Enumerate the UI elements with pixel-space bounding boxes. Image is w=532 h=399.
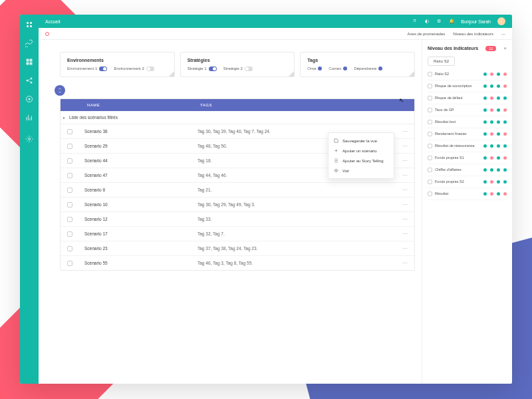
checkbox[interactable] (428, 72, 432, 76)
checkbox[interactable] (67, 217, 72, 222)
panel-tab[interactable]: Ratio S2 (428, 57, 455, 66)
table-row[interactable]: Scenario 10Tag 30, Tag 29, Tag 49, Tag 3… (61, 198, 414, 212)
status-dot (497, 108, 500, 112)
close-icon[interactable]: × (503, 45, 507, 51)
pill-item[interactable]: Environnement 1 (67, 66, 107, 71)
row-more-icon[interactable]: ⋯ (402, 128, 408, 134)
bell-icon[interactable]: 🔔 (449, 19, 454, 24)
checkbox[interactable] (67, 188, 72, 193)
indicator-row[interactable]: Taux de GP (428, 104, 507, 116)
checkbox[interactable] (67, 144, 72, 149)
nav-target-icon[interactable] (25, 94, 34, 104)
checkbox[interactable] (428, 156, 432, 160)
nav-grid-icon[interactable] (25, 57, 34, 66)
checkbox[interactable] (428, 108, 432, 112)
filter-label[interactable]: Liste des scénarios filtrés (61, 111, 414, 124)
indicator-row[interactable]: Ratio S2 (428, 68, 507, 80)
subtab-niveau[interactable]: Niveau des indicateurs (453, 32, 493, 36)
pill-item[interactable]: Environnement 2 (114, 66, 154, 71)
row-tags: Tag 37, Tag 38, Tag 24, Tag 23. (198, 246, 402, 251)
pill-item[interactable]: Dépendance (354, 66, 382, 70)
table-row[interactable]: Scenario 55Tag 46, Tag 3, Tag 8, Tag 55.… (61, 256, 414, 270)
nav-settings-icon[interactable] (25, 134, 34, 144)
apps-icon[interactable]: ⠿ (413, 19, 418, 24)
status-dot (490, 132, 493, 136)
indicator-row[interactable]: Fonds propres S2 (428, 176, 507, 188)
nav-link-icon[interactable] (25, 39, 34, 48)
indicator-row[interactable]: Chiffre d'affaires (428, 164, 507, 176)
record-icon[interactable] (45, 32, 49, 36)
subtab-axes[interactable]: Axes de promenades (408, 32, 446, 36)
checkbox[interactable] (67, 261, 72, 266)
gear-icon[interactable]: ⚙ (437, 19, 442, 24)
row-tags: Tag 46, Tag 3, Tag 8, Tag 55. (198, 261, 402, 265)
row-name: Scenario 12 (84, 217, 198, 221)
toggle[interactable] (209, 66, 217, 71)
row-name: Scenario 29 (84, 144, 198, 148)
ctx-save[interactable]: Sauvegarder la vue (329, 136, 394, 146)
checkbox[interactable] (428, 132, 432, 136)
pill-item[interactable]: Orsa (307, 66, 322, 70)
status-dot (490, 96, 493, 100)
nav-share-icon[interactable] (25, 76, 34, 85)
status-dot (483, 180, 487, 184)
ctx-add[interactable]: Ajouter un scénario (329, 146, 394, 156)
row-more-icon[interactable]: ⋯ (402, 172, 408, 178)
indicator-row[interactable]: Résultat (428, 188, 507, 200)
toggle[interactable] (245, 66, 253, 71)
row-name: Scenario 10 (84, 202, 198, 207)
checkbox[interactable] (67, 173, 72, 178)
toggle[interactable] (318, 66, 322, 70)
indicator-row[interactable]: Rendement finacier (428, 128, 507, 140)
row-more-icon[interactable]: ⋯ (402, 216, 408, 222)
row-more-icon[interactable]: ⋯ (402, 158, 408, 164)
indicator-row[interactable]: Résultat de réassurance (428, 140, 507, 152)
logo-icon[interactable] (25, 20, 34, 29)
checkbox[interactable] (67, 158, 72, 164)
status-dot (503, 120, 507, 124)
checkbox[interactable] (67, 129, 72, 134)
table-row[interactable]: Scenario 8Tag 21.⋯ (61, 183, 414, 198)
checkbox[interactable] (67, 202, 72, 207)
checkbox[interactable] (428, 180, 432, 184)
toggle[interactable] (99, 66, 107, 71)
nav-chart-icon[interactable] (25, 113, 34, 122)
status-dot (497, 180, 500, 184)
checkbox[interactable] (428, 192, 432, 196)
table-row[interactable]: Scenario 12Tag 33.⋯ (61, 212, 414, 227)
row-more-icon[interactable]: ⋯ (402, 201, 408, 207)
checkbox[interactable] (67, 246, 72, 251)
recycle-icon[interactable] (55, 85, 65, 96)
table-row[interactable]: Scenario 17Tag 32, Tag 7.⋯ (61, 227, 414, 241)
row-more-icon[interactable]: ⋯ (402, 143, 408, 149)
context-menu: Sauvegarder la vue Ajouter un scénario A… (328, 132, 394, 179)
checkbox[interactable] (428, 144, 432, 148)
help-icon[interactable]: ◐ (425, 19, 430, 24)
indicator-row[interactable]: Fonds propres S1 (428, 152, 507, 164)
status-dot (503, 132, 507, 136)
table-row[interactable]: Scenario 23Tag 37, Tag 38, Tag 24, Tag 2… (61, 241, 414, 256)
row-more-icon[interactable]: ⋯ (402, 231, 408, 237)
pill-item[interactable]: Stratégie 2 (223, 66, 253, 71)
ctx-story[interactable]: Ajouter au Story Telling (329, 156, 394, 166)
toggle[interactable] (343, 66, 347, 70)
checkbox[interactable] (428, 84, 432, 88)
checkbox[interactable] (428, 120, 432, 124)
pill-item[interactable]: Stratégie 1 (188, 66, 217, 71)
row-more-icon[interactable]: ⋯ (402, 260, 408, 266)
checkbox[interactable] (428, 96, 432, 100)
row-more-icon[interactable]: ⋯ (402, 187, 408, 193)
checkbox[interactable] (428, 168, 432, 172)
toggle[interactable] (378, 66, 382, 70)
more-icon[interactable]: ⋯ (501, 31, 505, 36)
toggle[interactable] (146, 66, 154, 71)
avatar[interactable] (497, 17, 505, 25)
ctx-view[interactable]: Voir (329, 166, 394, 176)
checkbox[interactable] (67, 231, 72, 237)
status-dot (497, 84, 500, 88)
indicator-row[interactable]: Risque de souscription (428, 80, 507, 92)
indicator-row[interactable]: Résultat brut (428, 116, 507, 128)
indicator-row[interactable]: Risque de défaut (428, 92, 507, 104)
row-more-icon[interactable]: ⋯ (402, 245, 408, 251)
pill-item[interactable]: Comex (329, 66, 347, 70)
